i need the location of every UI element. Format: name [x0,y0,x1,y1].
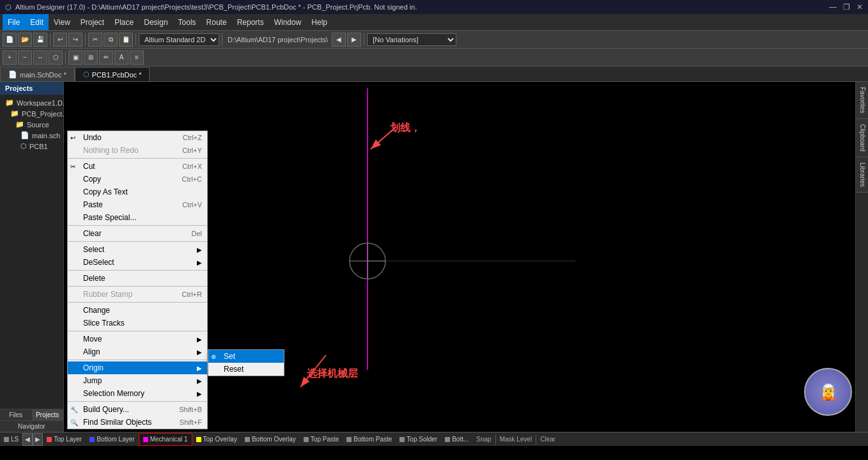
schDoc-item[interactable]: 📄 main.sch [3,130,61,141]
menu-change[interactable]: Change [68,304,207,317]
copy-btn[interactable]: ⧉ [104,33,118,47]
menu-copyastext[interactable]: Copy As Text [68,186,207,198]
clipboard-tab[interactable]: Clipboard [856,119,868,157]
close-button[interactable]: ✕ [856,3,863,12]
buildquery-shortcut: Shift+B [179,406,202,413]
tool2-2[interactable]: − [18,51,32,65]
rubberstamp-label: Rubber Stamp [83,290,132,299]
menu-pastespecial[interactable]: Paste Special... [68,211,207,224]
variations-combo[interactable]: [No Variations] [367,33,456,46]
menu-delete[interactable]: Delete [68,272,207,285]
menu-jump[interactable]: Jump ▶ [68,374,207,387]
navigate-back[interactable]: ◀ [332,33,346,47]
menu-reports[interactable]: Reports [232,14,269,30]
topsolder-label: Top Solder [407,436,437,443]
menu-paste[interactable]: Paste Ctrl+V [68,198,207,211]
sep-8 [68,360,207,360]
open-btn[interactable]: 📂 [18,33,32,47]
menu-bar: File Edit View Project Place Design Tool… [0,14,868,31]
layer-bott[interactable]: Bott... [441,433,472,446]
menu-slicetracks[interactable]: Slice Tracks [68,317,207,329]
workspace-item[interactable]: 📁 Workspace1.D... [3,97,61,108]
menu-tools[interactable]: Tools [173,14,201,30]
tool2-9[interactable]: ≡ [130,51,144,65]
layer-topsolder[interactable]: Top Solder [396,433,441,446]
menu-edit[interactable]: Edit [25,14,49,30]
layer-bottompaste[interactable]: Bottom Paste [343,433,396,446]
menu-findsimilar[interactable]: 🔍 Find Similar Objects Shift+F [68,416,207,429]
cut-shortcut: Ctrl+X [182,163,202,170]
menu-origin[interactable]: Origin ▶ [68,361,207,374]
menu-move[interactable]: Move ▶ [68,333,207,345]
menu-project[interactable]: Project [75,14,109,30]
layer-next[interactable]: ▶ [33,433,43,446]
favorites-tab[interactable]: Favorites [856,82,868,119]
cut-icon: ✂ [70,163,75,170]
tool2-5[interactable]: ▣ [68,51,82,65]
menu-place[interactable]: Place [109,14,139,30]
libraries-tab[interactable]: Libraries [856,157,868,193]
menu-clear[interactable]: Clear Del [68,227,207,240]
menu-buildquery[interactable]: 🔧 Build Query... Shift+B [68,403,207,416]
project-item[interactable]: 📁 PCB_Project.Prj [3,108,61,119]
menu-cut[interactable]: ✂ Cut Ctrl+X [68,160,207,173]
sep-5 [68,286,207,287]
new-btn[interactable]: 📄 [3,33,17,47]
tool2-7[interactable]: ✏ [99,51,113,65]
menu-undo[interactable]: ↩ Undo Ctrl+Z [68,131,207,144]
menu-design[interactable]: Design [139,14,173,30]
view-combo[interactable]: Altium Standard 2D [139,33,219,46]
bott-dot [445,437,450,442]
deselect-arrow: ▶ [197,259,202,266]
panel-content: 📁 Workspace1.D... 📁 PCB_Project.Prj 📁 So… [0,95,63,409]
tool2-1[interactable]: + [3,51,17,65]
menu-window[interactable]: Window [269,14,307,30]
menu-align[interactable]: Align ▶ [68,345,207,358]
jump-label: Jump [83,376,102,385]
navigate-fwd[interactable]: ▶ [347,33,361,47]
tool2-4[interactable]: ⬡ [49,51,63,65]
minimize-button[interactable]: — [829,3,837,12]
layer-mechanical[interactable]: Mechanical 1 [139,433,192,446]
menu-select[interactable]: Select ▶ [68,243,207,256]
menu-deselect[interactable]: DeSelect ▶ [68,256,207,269]
layer-bottomoverlay[interactable]: Bottom Overlay [241,433,300,446]
clear-text[interactable]: Clear [536,436,559,443]
redo-btn[interactable]: ↪ [68,33,82,47]
layer-top[interactable]: Top Layer [43,433,86,446]
layer-bottom[interactable]: Bottom Layer [86,433,138,446]
tab-schDoc[interactable]: 📄 main.SchDoc * [0,67,75,81]
topoverlay-dot [196,437,201,442]
source-item[interactable]: 📁 Source [3,119,61,130]
origin-reset[interactable]: Reset [208,363,284,376]
menu-route[interactable]: Route [201,14,232,30]
pcb-item[interactable]: ⬡ PCB1 [3,141,61,152]
layer-prev[interactable]: ◀ [22,433,33,446]
menu-selectionmemory[interactable]: Selection Memory ▶ [68,387,207,400]
menu-copy[interactable]: Copy Ctrl+C [68,173,207,186]
tool2-6[interactable]: ⊞ [84,51,98,65]
menu-view[interactable]: View [49,14,75,30]
menu-nothing-redo[interactable]: Nothing to Redo Ctrl+Y [68,144,207,157]
cut-btn[interactable]: ✂ [88,33,102,47]
layer-toppaste[interactable]: Top Paste [300,433,343,446]
maximize-button[interactable]: ❐ [843,3,850,12]
menu-help[interactable]: Help [306,14,332,30]
tab-pcbDoc[interactable]: ⬡ PCB1.PcbDoc * [75,67,150,81]
save-btn[interactable]: 💾 [33,33,47,47]
projects-tab[interactable]: Projects [32,409,64,420]
layer-topoverlay[interactable]: Top Overlay [192,433,241,446]
tool2-3[interactable]: ↔ [33,51,47,65]
layer-ls[interactable]: LS [0,433,22,446]
files-tab[interactable]: Files [0,409,32,420]
navigator-tab[interactable]: Navigator [0,420,63,432]
topsolder-dot [399,437,405,442]
undo-btn[interactable]: ↩ [53,33,67,47]
menu-file[interactable]: File [3,14,25,30]
paste-btn[interactable]: 📋 [119,33,133,47]
svg-point-2 [350,243,385,279]
tool2-8[interactable]: A [114,51,128,65]
snap-text: Snap [472,436,495,443]
origin-set[interactable]: ⊕ Set [208,350,284,363]
menu-rubberstamp[interactable]: Rubber Stamp Ctrl+R [68,288,207,301]
